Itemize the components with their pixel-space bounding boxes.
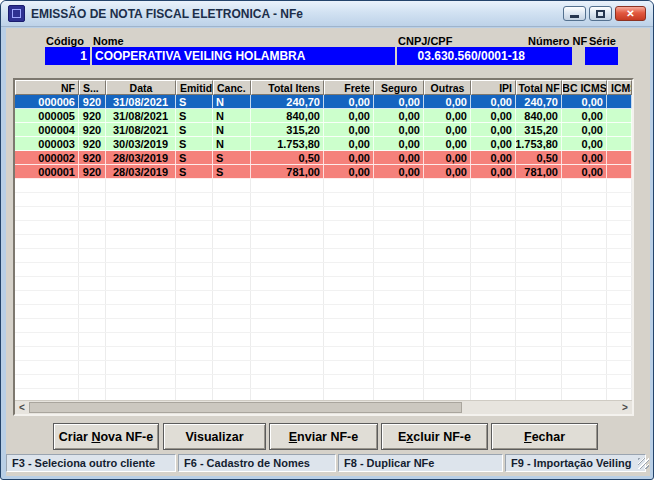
table-cell: 31/08/2021: [106, 109, 176, 122]
table-cell: 000003: [15, 137, 79, 150]
close-button[interactable]: ✕: [615, 6, 646, 21]
cnpj-cpf-label: CNPJ/CPF: [398, 35, 452, 47]
table-cell: S: [176, 123, 213, 136]
table-cell: 30/03/2019: [106, 137, 176, 150]
empty-row: [15, 249, 632, 263]
horizontal-scrollbar[interactable]: < >: [15, 400, 632, 414]
table-cell: 0,00: [374, 123, 424, 136]
app-icon: [8, 5, 25, 22]
nf-table[interactable]: NFS...DataEmitidaCanc.Total ItensFreteSe…: [13, 78, 634, 416]
table-cell: 240,70: [516, 95, 562, 108]
scrollbar-thumb[interactable]: [29, 402, 462, 413]
table-cell: 781,00: [516, 165, 562, 178]
table-cell: 0,00: [562, 109, 607, 122]
column-header[interactable]: Seguro: [374, 80, 424, 95]
scroll-right-arrow-icon[interactable]: >: [618, 401, 632, 414]
statusbar-f9-hint: F9 - Importação Veiling: [505, 454, 646, 472]
resize-grip[interactable]: [638, 458, 649, 469]
table-cell: 0,00: [562, 137, 607, 150]
table-cell: 0,00: [424, 165, 471, 178]
table-cell: 0,00: [562, 151, 607, 164]
numero-nf-field[interactable]: [527, 47, 572, 65]
table-cell: S: [176, 137, 213, 150]
table-row[interactable]: 00000492031/08/2021SN315,200,000,000,000…: [15, 123, 632, 137]
column-header[interactable]: IPI: [471, 80, 516, 95]
empty-row: [15, 221, 632, 235]
cnpj-cpf-field[interactable]: 03.630.560/0001-18: [397, 47, 528, 65]
criar-nova-nfe-button[interactable]: Criar Nova NF-e: [53, 423, 159, 450]
empty-row: [15, 277, 632, 291]
table-row[interactable]: 00000692031/08/2021SN240,700,000,000,000…: [15, 95, 632, 109]
column-header[interactable]: NF: [15, 80, 79, 95]
column-header[interactable]: BC ICMS: [562, 80, 607, 95]
table-cell: 781,00: [251, 165, 324, 178]
column-header[interactable]: Total NF: [516, 80, 562, 95]
table-cell: 920: [79, 165, 106, 178]
table-cell: 000001: [15, 165, 79, 178]
nf-table-rows: NFS...DataEmitidaCanc.Total ItensFreteSe…: [15, 80, 632, 400]
table-cell: S: [176, 165, 213, 178]
table-cell: 0,00: [374, 95, 424, 108]
column-header[interactable]: Outras: [424, 80, 471, 95]
table-cell: N: [213, 123, 251, 136]
table-cell: 000005: [15, 109, 79, 122]
table-cell: 31/08/2021: [106, 95, 176, 108]
statusbar-f8-hint: F8 - Duplicar NFe: [338, 454, 503, 472]
empty-row: [15, 333, 632, 347]
empty-row: [15, 319, 632, 333]
column-header[interactable]: Data: [106, 80, 176, 95]
statusbar-f6-hint: F6 - Cadastro de Nomes: [178, 454, 336, 472]
column-header[interactable]: Total Itens: [251, 80, 324, 95]
table-cell: 0,00: [374, 109, 424, 122]
minimize-button[interactable]: [563, 6, 586, 21]
table-cell: [607, 151, 632, 164]
fechar-button[interactable]: Fechar: [491, 423, 598, 450]
codigo-field[interactable]: 1: [45, 47, 90, 65]
column-header[interactable]: S...: [79, 80, 106, 95]
table-cell: 31/08/2021: [106, 123, 176, 136]
table-cell: 0,00: [424, 123, 471, 136]
title-bar[interactable]: EMISSÃO DE NOTA FISCAL ELETRONICA - NFe …: [1, 1, 653, 27]
table-cell: 0,00: [424, 109, 471, 122]
table-cell: 0,50: [251, 151, 324, 164]
column-header[interactable]: Frete: [324, 80, 374, 95]
table-cell: S: [213, 165, 251, 178]
table-cell: 1.753,80: [516, 137, 562, 150]
empty-row: [15, 193, 632, 207]
table-cell: 0,00: [324, 95, 374, 108]
table-row[interactable]: 00000392030/03/2019SN1.753,800,000,000,0…: [15, 137, 632, 151]
table-cell: 0,00: [562, 95, 607, 108]
table-cell: 0,00: [324, 137, 374, 150]
table-cell: 0,00: [424, 151, 471, 164]
enviar-nfe-button[interactable]: Enviar NF-e: [269, 423, 378, 450]
codigo-label: Código: [46, 35, 84, 47]
scroll-left-arrow-icon[interactable]: <: [15, 401, 29, 414]
maximize-button[interactable]: [589, 6, 612, 21]
table-cell: 28/03/2019: [106, 165, 176, 178]
serie-field[interactable]: [585, 47, 618, 65]
numero-nf-label: Número NF: [528, 35, 587, 47]
empty-row: [15, 291, 632, 305]
table-row[interactable]: 00000592031/08/2021SN840,000,000,000,000…: [15, 109, 632, 123]
table-row[interactable]: 00000292028/03/2019SS0,500,000,000,000,0…: [15, 151, 632, 165]
table-cell: 920: [79, 109, 106, 122]
table-cell: 0,00: [471, 123, 516, 136]
table-cell: 0,50: [516, 151, 562, 164]
table-cell: 000002: [15, 151, 79, 164]
table-row[interactable]: 00000192028/03/2019SS781,000,000,000,000…: [15, 165, 632, 179]
column-header[interactable]: Emitida: [176, 80, 213, 95]
table-cell: 315,20: [251, 123, 324, 136]
excluir-nfe-button[interactable]: Excluir NF-e: [381, 423, 488, 450]
visualizar-button[interactable]: Visualizar: [163, 423, 266, 450]
empty-row: [15, 207, 632, 221]
nome-field[interactable]: COOPERATIVA VEILING HOLAMBRA: [92, 47, 395, 65]
table-cell: [607, 95, 632, 108]
table-cell: 0,00: [471, 137, 516, 150]
column-header[interactable]: ICMS: [607, 80, 632, 95]
column-header[interactable]: Canc.: [213, 80, 251, 95]
app-window: EMISSÃO DE NOTA FISCAL ELETRONICA - NFe …: [0, 0, 654, 480]
table-cell: 0,00: [471, 95, 516, 108]
table-cell: 315,20: [516, 123, 562, 136]
table-cell: 0,00: [471, 151, 516, 164]
table-cell: [607, 137, 632, 150]
